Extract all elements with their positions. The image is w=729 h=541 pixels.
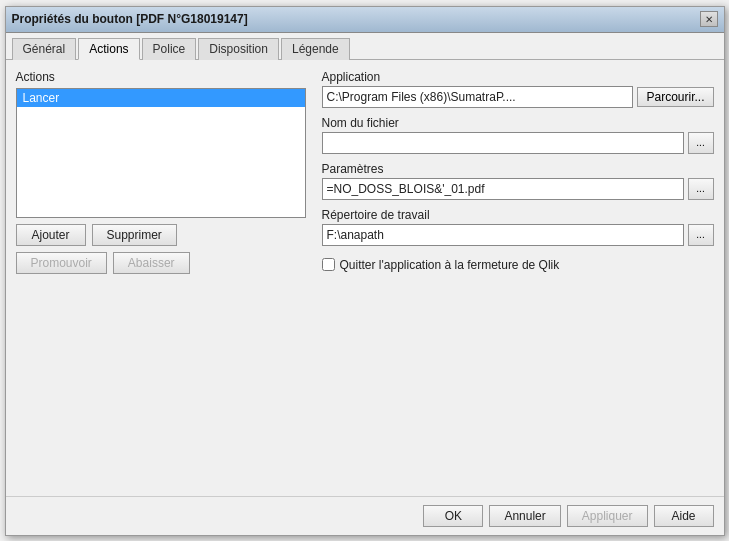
action-buttons-2: Promouvoir Abaisser (16, 252, 306, 274)
tab-police[interactable]: Police (142, 38, 197, 60)
help-button[interactable]: Aide (654, 505, 714, 527)
filename-input[interactable] (322, 132, 684, 154)
checkbox-row: Quitter l'application à la fermeture de … (322, 258, 714, 272)
parameters-group: Paramètres ... (322, 162, 714, 200)
ok-button[interactable]: OK (423, 505, 483, 527)
filename-row: ... (322, 132, 714, 154)
filename-group: Nom du fichier ... (322, 116, 714, 154)
tab-legende[interactable]: Légende (281, 38, 350, 60)
footer: OK Annuler Appliquer Aide (6, 496, 724, 535)
close-button[interactable]: ✕ (700, 11, 718, 27)
parameters-label: Paramètres (322, 162, 714, 176)
application-row: Parcourir... (322, 86, 714, 108)
workdir-label: Répertoire de travail (322, 208, 714, 222)
parameters-row: ... (322, 178, 714, 200)
action-buttons: Ajouter Supprimer (16, 224, 306, 246)
tab-bar: Général Actions Police Disposition Légen… (6, 33, 724, 60)
promote-button[interactable]: Promouvoir (16, 252, 107, 274)
add-button[interactable]: Ajouter (16, 224, 86, 246)
workdir-ellipsis-button[interactable]: ... (688, 224, 714, 246)
workdir-group: Répertoire de travail ... (322, 208, 714, 246)
list-item[interactable]: Lancer (17, 89, 305, 107)
tab-content: Actions Lancer Ajouter Supprimer Promouv… (6, 60, 724, 496)
right-panel: Application Parcourir... Nom du fichier … (322, 70, 714, 486)
actions-list[interactable]: Lancer (16, 88, 306, 218)
tab-disposition[interactable]: Disposition (198, 38, 279, 60)
workdir-row: ... (322, 224, 714, 246)
window-title: Propriétés du bouton [PDF N°G18019147] (12, 12, 248, 26)
application-input[interactable] (322, 86, 634, 108)
actions-section-label: Actions (16, 70, 306, 84)
tab-general[interactable]: Général (12, 38, 77, 60)
application-group: Application Parcourir... (322, 70, 714, 108)
quit-app-checkbox[interactable] (322, 258, 335, 271)
remove-button[interactable]: Supprimer (92, 224, 177, 246)
workdir-input[interactable] (322, 224, 684, 246)
title-bar: Propriétés du bouton [PDF N°G18019147] ✕ (6, 7, 724, 33)
filename-label: Nom du fichier (322, 116, 714, 130)
main-row: Actions Lancer Ajouter Supprimer Promouv… (16, 70, 714, 486)
tab-actions[interactable]: Actions (78, 38, 139, 60)
main-window: Propriétés du bouton [PDF N°G18019147] ✕… (5, 6, 725, 536)
application-label: Application (322, 70, 714, 84)
apply-button[interactable]: Appliquer (567, 505, 648, 527)
parameters-input[interactable] (322, 178, 684, 200)
parameters-ellipsis-button[interactable]: ... (688, 178, 714, 200)
left-panel: Actions Lancer Ajouter Supprimer Promouv… (16, 70, 306, 486)
lower-button[interactable]: Abaisser (113, 252, 190, 274)
browse-button[interactable]: Parcourir... (637, 87, 713, 107)
quit-app-label: Quitter l'application à la fermeture de … (340, 258, 560, 272)
filename-ellipsis-button[interactable]: ... (688, 132, 714, 154)
cancel-button[interactable]: Annuler (489, 505, 560, 527)
